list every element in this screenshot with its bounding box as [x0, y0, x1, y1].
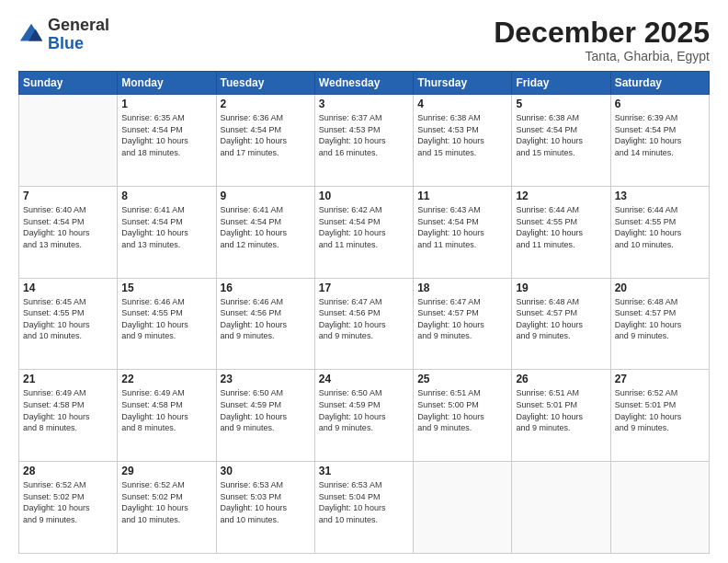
- calendar-header-row: Sunday Monday Tuesday Wednesday Thursday…: [19, 72, 710, 95]
- day-number: 1: [121, 98, 211, 110]
- col-thursday: Thursday: [414, 72, 512, 95]
- table-row: 7Sunrise: 6:40 AM Sunset: 4:54 PM Daylig…: [19, 186, 118, 278]
- day-info: Sunrise: 6:44 AM Sunset: 4:55 PM Dayligh…: [615, 204, 705, 250]
- day-info: Sunrise: 6:50 AM Sunset: 4:59 PM Dayligh…: [221, 387, 311, 433]
- day-info: Sunrise: 6:38 AM Sunset: 4:53 PM Dayligh…: [417, 112, 507, 158]
- table-row: 8Sunrise: 6:41 AM Sunset: 4:54 PM Daylig…: [118, 186, 216, 278]
- day-number: 11: [417, 190, 507, 202]
- table-row: 2Sunrise: 6:36 AM Sunset: 4:54 PM Daylig…: [216, 95, 314, 187]
- table-row: 24Sunrise: 6:50 AM Sunset: 4:59 PM Dayli…: [314, 370, 413, 462]
- logo-general-text: General: [48, 16, 109, 34]
- day-info: Sunrise: 6:44 AM Sunset: 4:55 PM Dayligh…: [516, 204, 606, 250]
- day-number: 17: [319, 282, 409, 294]
- calendar-week-row: 7Sunrise: 6:40 AM Sunset: 4:54 PM Daylig…: [19, 186, 710, 278]
- col-tuesday: Tuesday: [216, 72, 314, 95]
- day-number: 21: [23, 373, 113, 385]
- table-row: 9Sunrise: 6:41 AM Sunset: 4:54 PM Daylig…: [216, 186, 314, 278]
- table-row: 27Sunrise: 6:52 AM Sunset: 5:01 PM Dayli…: [610, 370, 709, 462]
- day-number: 4: [417, 98, 507, 110]
- day-info: Sunrise: 6:48 AM Sunset: 4:57 PM Dayligh…: [516, 296, 606, 342]
- day-info: Sunrise: 6:36 AM Sunset: 4:54 PM Dayligh…: [221, 112, 311, 158]
- day-number: 3: [319, 98, 409, 110]
- day-number: 16: [221, 282, 311, 294]
- day-number: 30: [221, 465, 311, 477]
- day-info: Sunrise: 6:50 AM Sunset: 4:59 PM Dayligh…: [319, 387, 409, 433]
- day-info: Sunrise: 6:51 AM Sunset: 5:00 PM Dayligh…: [417, 387, 507, 433]
- table-row: 22Sunrise: 6:49 AM Sunset: 4:58 PM Dayli…: [118, 370, 216, 462]
- day-info: Sunrise: 6:46 AM Sunset: 4:55 PM Dayligh…: [121, 296, 211, 342]
- table-row: 20Sunrise: 6:48 AM Sunset: 4:57 PM Dayli…: [610, 278, 709, 370]
- table-row: 18Sunrise: 6:47 AM Sunset: 4:57 PM Dayli…: [414, 278, 512, 370]
- day-number: 12: [516, 190, 606, 202]
- col-sunday: Sunday: [19, 72, 118, 95]
- table-row: 25Sunrise: 6:51 AM Sunset: 5:00 PM Dayli…: [414, 370, 512, 462]
- day-info: Sunrise: 6:47 AM Sunset: 4:56 PM Dayligh…: [319, 296, 409, 342]
- logo-text: General Blue: [48, 17, 109, 53]
- day-number: 28: [23, 465, 113, 477]
- table-row: 12Sunrise: 6:44 AM Sunset: 4:55 PM Dayli…: [512, 186, 610, 278]
- day-number: 8: [121, 190, 211, 202]
- day-number: 29: [121, 465, 211, 477]
- header: General Blue December 2025 Tanta, Gharbi…: [18, 17, 710, 63]
- table-row: 3Sunrise: 6:37 AM Sunset: 4:53 PM Daylig…: [314, 95, 413, 187]
- day-number: 26: [516, 373, 606, 385]
- table-row: 14Sunrise: 6:45 AM Sunset: 4:55 PM Dayli…: [19, 278, 118, 370]
- col-friday: Friday: [512, 72, 610, 95]
- calendar-title: December 2025: [494, 17, 710, 49]
- table-row: 28Sunrise: 6:52 AM Sunset: 5:02 PM Dayli…: [19, 462, 118, 554]
- table-row: 30Sunrise: 6:53 AM Sunset: 5:03 PM Dayli…: [216, 462, 314, 554]
- table-row: 23Sunrise: 6:50 AM Sunset: 4:59 PM Dayli…: [216, 370, 314, 462]
- logo-blue-text: Blue: [48, 34, 84, 52]
- table-row: [414, 462, 512, 554]
- day-number: 25: [417, 373, 507, 385]
- table-row: 10Sunrise: 6:42 AM Sunset: 4:54 PM Dayli…: [314, 186, 413, 278]
- table-row: 6Sunrise: 6:39 AM Sunset: 4:54 PM Daylig…: [610, 95, 709, 187]
- day-number: 6: [615, 98, 705, 110]
- calendar-week-row: 1Sunrise: 6:35 AM Sunset: 4:54 PM Daylig…: [19, 95, 710, 187]
- day-info: Sunrise: 6:52 AM Sunset: 5:02 PM Dayligh…: [23, 479, 113, 525]
- day-info: Sunrise: 6:43 AM Sunset: 4:54 PM Dayligh…: [417, 204, 507, 250]
- day-number: 24: [319, 373, 409, 385]
- title-area: December 2025 Tanta, Gharbia, Egypt: [494, 17, 710, 63]
- table-row: 13Sunrise: 6:44 AM Sunset: 4:55 PM Dayli…: [610, 186, 709, 278]
- calendar-subtitle: Tanta, Gharbia, Egypt: [494, 49, 710, 63]
- day-number: 13: [615, 190, 705, 202]
- table-row: 4Sunrise: 6:38 AM Sunset: 4:53 PM Daylig…: [414, 95, 512, 187]
- day-info: Sunrise: 6:47 AM Sunset: 4:57 PM Dayligh…: [417, 296, 507, 342]
- day-info: Sunrise: 6:46 AM Sunset: 4:56 PM Dayligh…: [221, 296, 311, 342]
- day-info: Sunrise: 6:48 AM Sunset: 4:57 PM Dayligh…: [615, 296, 705, 342]
- day-number: 22: [121, 373, 211, 385]
- day-info: Sunrise: 6:35 AM Sunset: 4:54 PM Dayligh…: [121, 112, 211, 158]
- table-row: [610, 462, 709, 554]
- day-number: 31: [319, 465, 409, 477]
- day-number: 7: [23, 190, 113, 202]
- day-info: Sunrise: 6:49 AM Sunset: 4:58 PM Dayligh…: [121, 387, 211, 433]
- day-info: Sunrise: 6:51 AM Sunset: 5:01 PM Dayligh…: [516, 387, 606, 433]
- logo-icon: [18, 22, 44, 48]
- table-row: 19Sunrise: 6:48 AM Sunset: 4:57 PM Dayli…: [512, 278, 610, 370]
- calendar-week-row: 14Sunrise: 6:45 AM Sunset: 4:55 PM Dayli…: [19, 278, 710, 370]
- day-number: 9: [221, 190, 311, 202]
- table-row: 21Sunrise: 6:49 AM Sunset: 4:58 PM Dayli…: [19, 370, 118, 462]
- day-info: Sunrise: 6:53 AM Sunset: 5:04 PM Dayligh…: [319, 479, 409, 525]
- calendar-week-row: 28Sunrise: 6:52 AM Sunset: 5:02 PM Dayli…: [19, 462, 710, 554]
- day-info: Sunrise: 6:37 AM Sunset: 4:53 PM Dayligh…: [319, 112, 409, 158]
- day-number: 19: [516, 282, 606, 294]
- day-number: 18: [417, 282, 507, 294]
- col-monday: Monday: [118, 72, 216, 95]
- day-number: 14: [23, 282, 113, 294]
- day-info: Sunrise: 6:41 AM Sunset: 4:54 PM Dayligh…: [221, 204, 311, 250]
- day-info: Sunrise: 6:42 AM Sunset: 4:54 PM Dayligh…: [319, 204, 409, 250]
- table-row: 15Sunrise: 6:46 AM Sunset: 4:55 PM Dayli…: [118, 278, 216, 370]
- col-saturday: Saturday: [610, 72, 709, 95]
- table-row: [512, 462, 610, 554]
- day-number: 20: [615, 282, 705, 294]
- table-row: 26Sunrise: 6:51 AM Sunset: 5:01 PM Dayli…: [512, 370, 610, 462]
- day-info: Sunrise: 6:45 AM Sunset: 4:55 PM Dayligh…: [23, 296, 113, 342]
- day-info: Sunrise: 6:52 AM Sunset: 5:01 PM Dayligh…: [615, 387, 705, 433]
- day-info: Sunrise: 6:49 AM Sunset: 4:58 PM Dayligh…: [23, 387, 113, 433]
- day-info: Sunrise: 6:40 AM Sunset: 4:54 PM Dayligh…: [23, 204, 113, 250]
- calendar-week-row: 21Sunrise: 6:49 AM Sunset: 4:58 PM Dayli…: [19, 370, 710, 462]
- table-row: 1Sunrise: 6:35 AM Sunset: 4:54 PM Daylig…: [118, 95, 216, 187]
- table-row: 31Sunrise: 6:53 AM Sunset: 5:04 PM Dayli…: [314, 462, 413, 554]
